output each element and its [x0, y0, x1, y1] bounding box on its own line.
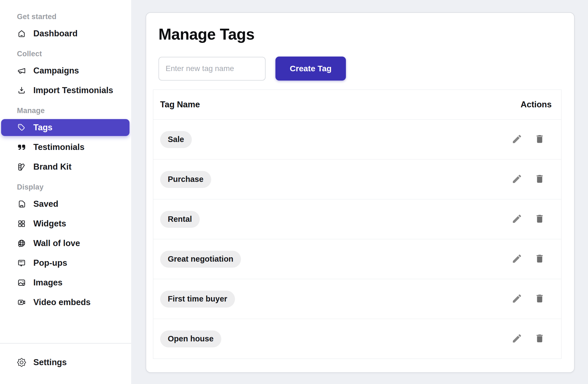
sidebar-item-label: Campaigns [33, 66, 79, 76]
sidebar-item-label: Import Testimonials [33, 85, 113, 95]
quote-icon [17, 143, 26, 152]
edit-tag-button[interactable] [511, 293, 522, 305]
sidebar-item-settings[interactable]: Settings [1, 354, 130, 371]
sidebar-item-label: Wall of love [33, 238, 80, 248]
edit-pencil-icon [511, 213, 522, 225]
sidebar-item-label: Video embeds [33, 297, 91, 307]
table-row: Purchase [153, 159, 561, 199]
tag-pill: First time buyer [160, 291, 235, 308]
save-icon [17, 199, 26, 209]
edit-pencil-icon [511, 333, 522, 345]
sidebar-item-label: Pop-ups [33, 258, 67, 268]
section-label-manage: Manage [17, 106, 131, 115]
sidebar-item-label: Tags [33, 123, 52, 132]
sidebar-item-images[interactable]: Images [1, 274, 130, 291]
create-tag-button[interactable]: Create Tag [275, 57, 346, 81]
trash-icon [534, 214, 545, 225]
delete-tag-button[interactable] [534, 174, 545, 185]
sidebar-item-label: Saved [33, 199, 58, 209]
sidebar-item-wall-of-love[interactable]: Wall of love [1, 235, 130, 252]
sidebar-item-label: Dashboard [33, 29, 78, 39]
delete-tag-button[interactable] [534, 333, 545, 344]
sidebar-item-pop-ups[interactable]: Pop-ups [1, 255, 130, 271]
download-icon [17, 86, 26, 95]
tag-pill: Great negotiation [160, 251, 241, 268]
tag-icon [17, 123, 26, 132]
megaphone-icon [17, 66, 26, 75]
edit-pencil-icon [511, 173, 522, 185]
tag-pill: Purchase [160, 171, 211, 188]
swatchbook-icon [17, 162, 26, 172]
trash-icon [534, 134, 545, 145]
edit-tag-button[interactable] [511, 253, 522, 265]
row-actions [511, 134, 545, 145]
trash-icon [534, 333, 545, 344]
trash-icon [534, 253, 545, 265]
create-tag-form: Create Tag [158, 57, 574, 81]
image-icon [17, 278, 26, 287]
sidebar-item-tags[interactable]: Tags [1, 119, 130, 136]
sidebar-item-campaigns[interactable]: Campaigns [1, 62, 130, 79]
edit-pencil-icon [511, 293, 522, 305]
edit-pencil-icon [511, 253, 522, 265]
home-icon [17, 29, 26, 38]
table-row: Sale [153, 119, 561, 159]
edit-tag-button[interactable] [511, 333, 522, 345]
sidebar-item-widgets[interactable]: Widgets [1, 215, 130, 232]
new-tag-name-input[interactable] [158, 57, 266, 81]
sidebar: Get started Dashboard Collect Campaigns … [0, 0, 131, 384]
sidebar-item-dashboard[interactable]: Dashboard [1, 25, 130, 42]
trash-icon [534, 174, 545, 185]
tag-pill: Open house [160, 330, 221, 347]
manage-tags-card: Manage Tags Create Tag Tag Name Actions … [146, 12, 575, 373]
sidebar-item-testimonials[interactable]: Testimonials [1, 139, 130, 156]
delete-tag-button[interactable] [534, 134, 545, 145]
sidebar-item-import-testimonials[interactable]: Import Testimonials [1, 82, 130, 99]
sidebar-item-brand-kit[interactable]: Brand Kit [1, 158, 130, 175]
page-title: Manage Tags [158, 26, 574, 42]
tag-pill: Rental [160, 211, 200, 228]
sidebar-item-label: Images [33, 278, 63, 288]
sidebar-item-label: Settings [33, 358, 67, 367]
sidebar-item-label: Widgets [33, 219, 66, 229]
delete-tag-button[interactable] [534, 214, 545, 225]
sidebar-item-label: Testimonials [33, 142, 84, 152]
column-header-actions: Actions [521, 100, 552, 110]
edit-tag-button[interactable] [511, 134, 522, 145]
row-actions [511, 173, 545, 185]
gear-icon [17, 358, 26, 367]
video-camera-icon [17, 298, 26, 307]
table-row: Rental [153, 199, 561, 239]
sidebar-item-video-embeds[interactable]: Video embeds [1, 294, 130, 311]
row-actions [511, 253, 545, 265]
table-row: First time buyer [153, 279, 561, 319]
sidebar-item-saved[interactable]: Saved [1, 196, 130, 212]
main-content: Manage Tags Create Tag Tag Name Actions … [131, 0, 588, 384]
section-label-get-started: Get started [17, 12, 131, 21]
popup-icon [17, 258, 26, 268]
row-actions [511, 333, 545, 345]
globe-heart-icon [17, 239, 26, 248]
edit-pencil-icon [511, 134, 522, 145]
tag-pill: Sale [160, 131, 192, 148]
tags-table: Tag Name Actions Sale Purchase Rental [153, 90, 561, 359]
row-actions [511, 293, 545, 305]
table-header-row: Tag Name Actions [153, 90, 561, 119]
grid-icon [17, 219, 26, 228]
sidebar-item-label: Brand Kit [33, 162, 72, 172]
trash-icon [534, 293, 545, 305]
delete-tag-button[interactable] [534, 293, 545, 305]
table-row: Open house [153, 319, 561, 359]
edit-tag-button[interactable] [511, 213, 522, 225]
row-actions [511, 213, 545, 225]
column-header-tag-name: Tag Name [160, 100, 200, 110]
sidebar-nav: Get started Dashboard Collect Campaigns … [0, 10, 131, 343]
section-label-display: Display [17, 182, 131, 192]
section-label-collect: Collect [17, 49, 131, 58]
delete-tag-button[interactable] [534, 253, 545, 265]
edit-tag-button[interactable] [511, 173, 522, 185]
table-row: Great negotiation [153, 239, 561, 279]
